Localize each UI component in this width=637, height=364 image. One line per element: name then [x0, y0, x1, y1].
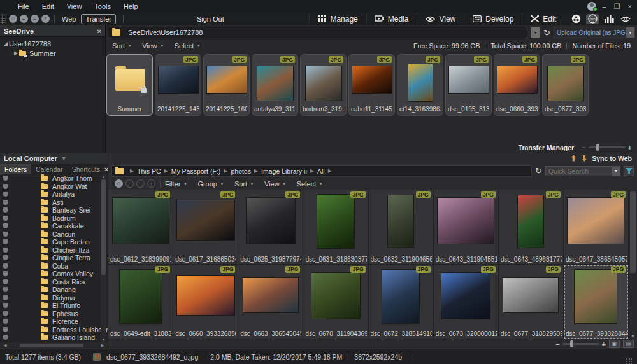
thumbnail-tile[interactable]: Summer [106, 54, 153, 116]
up-icon[interactable]: ↑ [41, 15, 50, 23]
scroll-left-icon[interactable]: ◀ [1, 343, 8, 348]
breadcrumb-item[interactable]: ▶Image Library ii [254, 167, 307, 175]
thumbnail-cell[interactable]: JPG dsc_0647_38654505794_o.... [564, 190, 629, 265]
thumbnail-tile[interactable]: JPG dsc_0660_393... [494, 54, 540, 116]
close-icon[interactable]: × [97, 27, 101, 35]
breadcrumb-item[interactable]: ▶My Passport (F:) [164, 167, 221, 175]
scroll-down-icon[interactable]: ▼ [101, 338, 106, 342]
tab-edit[interactable]: Edit [522, 13, 564, 25]
thumbnail-tile[interactable]: JPG 20141225_145... [155, 54, 201, 116]
breadcrumb-item[interactable]: ▶This PC [130, 167, 161, 175]
tab-folders[interactable]: Folders [0, 164, 31, 174]
strip-toolbar-dropdown[interactable]: View▼ [142, 42, 164, 50]
thumbnail-cell[interactable]: JPG dsc_0643_31190455173_o.... [434, 190, 499, 265]
back-icon[interactable]: ← [20, 15, 28, 23]
refresh-icon[interactable]: ↻ [535, 166, 542, 176]
thumbnail-cell[interactable]: JPG dsc_0660_39332685072_o.... [173, 265, 238, 340]
strip-zoom-slider[interactable]: − + [582, 144, 632, 151]
forward-icon[interactable]: → [31, 15, 39, 23]
thumbnail-cell[interactable]: JPG dsc_0632_31190465643_o.... [369, 190, 434, 265]
web-button[interactable]: Web [62, 15, 76, 23]
slider-handle[interactable] [570, 340, 573, 347]
folder-row[interactable]: Grand Canyon [0, 342, 108, 343]
folder-row[interactable]: Asti [0, 199, 108, 207]
thumbnail-tile[interactable]: JPG dsc_0195_313... [445, 54, 492, 116]
folder-row[interactable]: Canakkale [0, 222, 108, 230]
scroll-down-icon[interactable]: ▼ [629, 334, 637, 339]
folder-list-scrollbar[interactable]: ▲ ▼ [101, 174, 106, 342]
thumbnail-tile[interactable]: JPG ct14_3163986... [397, 54, 443, 116]
chevron-right-icon[interactable]: ▶ [328, 168, 332, 174]
browser-toolbar-dropdown[interactable]: Select▼ [297, 180, 324, 188]
folder-row[interactable]: Angkor Thom [0, 174, 108, 183]
seedrive-path-bar[interactable]: SeeDrive:\User1672788 [108, 27, 527, 38]
thumbnail-tile[interactable]: JPG antalya39_311... [252, 54, 298, 116]
upload-arrow-icon[interactable]: ⬆ [570, 154, 576, 163]
breadcrumb[interactable]: ▶This PC▶My Passport (F:)▶photos▶Image L… [111, 165, 532, 177]
film-reel-icon[interactable] [569, 14, 582, 24]
strip-toolbar-dropdown[interactable]: Sort▼ [112, 42, 132, 50]
upload-mode-select[interactable]: Upload Original (as JPG) ▼ [554, 27, 635, 38]
minimize-button[interactable]: – [603, 3, 606, 11]
preview-pane-button[interactable]: ▣ [609, 340, 620, 348]
folder-row[interactable]: El Triunfo [0, 302, 108, 310]
quick-search-box[interactable]: ▼ [545, 166, 620, 176]
thumbnail-cell[interactable]: JPG dsc_0643_48968177713_o.... [499, 190, 564, 265]
thumbnail-cell[interactable]: JPG dsc_0625_31987797495_o.... [238, 190, 303, 265]
folder-row[interactable]: Cinque Terra [0, 254, 108, 262]
365-icon[interactable]: 365 [586, 14, 599, 24]
folder-list-hscrollbar[interactable]: ◀ ▶ [0, 342, 108, 349]
strip-toolbar-dropdown[interactable]: Select▼ [175, 42, 201, 50]
user-avatar-icon[interactable] [587, 2, 596, 11]
folder-row[interactable]: Costa Rica [0, 278, 108, 286]
grid-zoom-slider[interactable]: − + [555, 340, 606, 348]
folder-row[interactable]: Cancun [0, 230, 108, 239]
folder-row[interactable]: Ephesus [0, 310, 108, 318]
home-icon[interactable]: ⌂ [9, 15, 17, 23]
home-icon[interactable]: ⌂ [115, 179, 123, 188]
acdsee-eye-icon[interactable] [619, 14, 632, 24]
menu-item[interactable]: File [18, 3, 29, 10]
menu-item[interactable]: View [67, 3, 82, 10]
folder-row[interactable]: Bodrum [0, 214, 108, 223]
folder-row[interactable]: Comox Valley [0, 270, 108, 278]
folder-row[interactable]: Florence [0, 318, 108, 326]
thumbnail-cell[interactable]: JPG dsc_0612_31839909122_o.... [108, 190, 173, 265]
forward-icon[interactable]: → [136, 179, 145, 188]
maximize-button[interactable]: ❐ [614, 3, 620, 11]
thumbnail-cell[interactable]: JPG dsc_0677_31882950981_o.... [499, 265, 564, 340]
folder-row[interactable]: Fortress Louisbourg [0, 326, 108, 334]
close-button[interactable]: × [628, 3, 632, 11]
zoom-in-icon[interactable]: + [602, 340, 606, 348]
filter-funnel-icon[interactable] [624, 166, 634, 176]
search-input[interactable] [546, 167, 612, 175]
tab-view[interactable]: View [417, 13, 464, 25]
up-icon[interactable]: ↑ [147, 179, 155, 188]
tab-develop[interactable]: Develop [464, 13, 522, 25]
download-arrow-icon[interactable]: ⬇ [581, 154, 587, 163]
zoom-out-icon[interactable]: − [582, 144, 585, 151]
expander-icon[interactable]: ▶ [13, 50, 19, 56]
scrollbar-thumb[interactable] [630, 191, 636, 273]
expander-icon[interactable]: ◢ [3, 41, 9, 46]
folder-row[interactable]: Angkor Wat [0, 183, 108, 191]
folder-row[interactable]: Chichen Itza [0, 246, 108, 255]
thumbnail-cell[interactable]: JPG dsc_0631_31883037741_o.... [303, 190, 368, 265]
scroll-right-icon[interactable]: ▶ [99, 343, 106, 348]
view-mode-button[interactable]: ▤ [623, 340, 634, 348]
path-dropdown-button[interactable]: ▼ [531, 27, 540, 38]
thumbnail-cell[interactable]: JPG dsc_0663_38654504594_o.... [238, 265, 303, 340]
browser-toolbar-dropdown[interactable]: View▼ [264, 180, 287, 188]
menu-item[interactable]: Edit [42, 3, 54, 10]
tree-node-summer[interactable]: ▶ Summer [0, 48, 105, 58]
browser-toolbar-dropdown[interactable]: Filter▼ [165, 180, 187, 188]
breadcrumb-item[interactable]: ▶photos [224, 167, 251, 175]
thumbnail-cell[interactable]: JPG dsc_0670_31190436903_o.... [303, 265, 368, 340]
thumbnail-cell[interactable]: JPG dsc_0649-edit_318830134... [108, 265, 173, 340]
breadcrumb-item[interactable]: ▶All [310, 167, 325, 175]
tree-node-root[interactable]: ◢ User1672788 [0, 39, 105, 48]
chevron-down-icon[interactable]: ▼ [61, 155, 67, 162]
scroll-up-icon[interactable]: ▲ [101, 175, 106, 179]
zoom-in-icon[interactable]: + [628, 144, 632, 151]
thumbnail-cell[interactable]: JPG dsc_0617_31686503400_o.... [173, 190, 238, 265]
